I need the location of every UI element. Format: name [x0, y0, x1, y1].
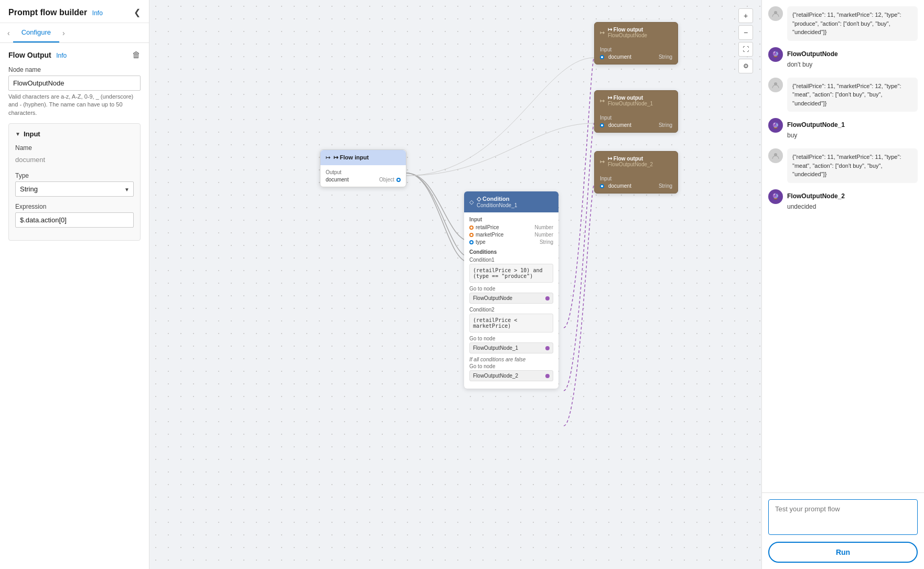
tab-bar: ‹ Configure › [0, 23, 149, 43]
chat-row-1: {"retailPrice": 11, "marketPrice": 12, "… [768, 6, 918, 41]
fo1-input-name: document [608, 54, 631, 60]
condition1-text: (retailPrice > 10) and (type == "produce… [473, 267, 542, 279]
fo3-icon: ↦ [600, 158, 605, 165]
bot-value-3: undecided [787, 202, 918, 211]
avatar-bot-2: 🔮 [768, 118, 783, 133]
fo2-title-group: ↦ Flow output FlowOutputNode_1 [608, 95, 653, 106]
goto2-text: FlowOutputNode_1 [473, 345, 518, 351]
flow-output-title-group: Flow Output Info [8, 51, 67, 59]
fo2-icon: ↦ [600, 98, 605, 104]
fo1-name: FlowOutputNode [608, 33, 647, 38]
condition1-label: Condition1 [469, 257, 553, 263]
collapse-button[interactable]: ❮ [134, 7, 141, 17]
condition-market-dot [469, 233, 474, 237]
tab-configure[interactable]: Configure [13, 23, 59, 42]
flow-output-info[interactable]: Info [56, 52, 67, 59]
node-name-hint: Valid characters are a-z, A-Z, 0-9, _ (u… [8, 93, 141, 117]
fit-view-button[interactable]: ⛶ [738, 42, 753, 57]
input-section: ▼ Input Name document Type String Number… [8, 123, 141, 241]
chat-text-user-3: {"retailPrice": 11, "marketPrice": 11, "… [792, 154, 901, 177]
connections-svg [149, 0, 761, 569]
fo3-input-name: document [608, 183, 631, 189]
condition-header: ◇ ◇ Condition ConditionNode_1 [464, 191, 558, 212]
bot-value-1: don't buy [787, 60, 918, 69]
flow-output-node-1[interactable]: ↦ ↦ Flow output FlowOutputNode Input doc… [594, 22, 678, 65]
header-info-link[interactable]: Info [92, 9, 103, 17]
main-canvas[interactable]: ↦ ↦ Flow input Output document Object ↦ … [149, 0, 761, 569]
zoom-in-button[interactable]: + [738, 8, 753, 23]
condition-input-label: Input [469, 217, 553, 222]
chat-bubble-user-3: {"retailPrice": 11, "marketPrice": 11, "… [787, 148, 918, 183]
false-label: If all conditions are false [469, 357, 553, 362]
node-name-input[interactable] [8, 76, 141, 91]
fo3-input-label: Input [600, 176, 672, 181]
fo1-input-label: Input [600, 47, 672, 52]
condition-name: ConditionNode_1 [477, 202, 517, 208]
right-footer: Run [762, 492, 924, 569]
flow-input-title-group: ↦ Flow input [334, 154, 369, 161]
fo1-input-left: document [600, 54, 631, 60]
type-label: Type [15, 172, 134, 179]
input-section-title-text: Input [24, 130, 40, 138]
flow-output-node-2[interactable]: ↦ ↦ Flow output FlowOutputNode_1 Input d… [594, 90, 678, 133]
avatar-bot-3: 🔮 [768, 189, 783, 204]
flow-input-node[interactable]: ↦ ↦ Flow input Output document Object [320, 149, 406, 187]
type-select[interactable]: String Number Boolean Object Array [15, 181, 134, 197]
flow-input-output-row: document Object [326, 177, 401, 182]
fo1-icon: ↦ [600, 29, 605, 36]
chat-row-6: 🔮 FlowOutputNode_2 undecided [768, 189, 918, 213]
fo3-title-group: ↦ Flow output FlowOutputNode_2 [608, 156, 653, 167]
condition2-expr: (retailPrice < marketPrice) [469, 314, 553, 332]
flow-input-output-type: Object [379, 177, 394, 182]
fo3-header: ↦ ↦ Flow output FlowOutputNode_2 [595, 152, 678, 171]
name-label: Name [15, 144, 134, 152]
fo2-body: Input document String [595, 111, 678, 132]
fo2-input-label: Input [600, 115, 672, 121]
conditions-section: Conditions Condition1 (retailPrice > 10)… [469, 249, 553, 381]
chat-row-4: 🔮 FlowOutputNode_1 buy [768, 118, 918, 142]
goto2-dot [545, 346, 550, 350]
tab-back-button[interactable]: ‹ [4, 25, 13, 41]
fo1-title-group: ↦ Flow output FlowOutputNode [608, 27, 647, 38]
delete-button[interactable]: 🗑 [132, 50, 141, 60]
flow-input-output-right: Object [379, 177, 401, 182]
condition2-text: (retailPrice < marketPrice) [473, 317, 517, 329]
goto1-text: FlowOutputNode [473, 295, 512, 301]
input-section-toggle[interactable]: ▼ Input [15, 130, 134, 138]
fo2-name: FlowOutputNode_1 [608, 101, 653, 106]
condition-type-left: type [469, 239, 486, 245]
condition-input-type: type String [469, 239, 553, 245]
fo2-input-name: document [608, 122, 631, 128]
false-goto-value: FlowOutputNode_2 [469, 370, 553, 381]
goto1-dot [545, 296, 550, 300]
settings-button[interactable]: ⚙ [738, 59, 753, 73]
fo3-input-left: document [600, 183, 631, 189]
flow-input-icon: ↦ [326, 154, 330, 161]
tab-forward-button[interactable]: › [59, 25, 68, 41]
chat-history: {"retailPrice": 11, "marketPrice": 12, "… [762, 0, 924, 492]
flow-input-output-dot [396, 178, 401, 182]
flow-input-output-name: document [326, 177, 349, 182]
fo1-body: Input document String [595, 42, 678, 64]
test-prompt-input[interactable] [768, 499, 918, 535]
fo2-input-left: document [600, 122, 631, 128]
fo1-input-type: String [659, 54, 672, 60]
run-button[interactable]: Run [768, 542, 918, 563]
expression-input[interactable] [15, 212, 134, 228]
zoom-out-button[interactable]: − [738, 25, 753, 40]
condition-node[interactable]: ◇ ◇ Condition ConditionNode_1 Input reta… [464, 191, 558, 389]
chat-bubble-user-2: {"retailPrice": 11, "marketPrice": 12, "… [787, 78, 918, 112]
node-name-group: Node name Valid characters are a-z, A-Z,… [8, 66, 141, 117]
chat-bubble-bot-1: FlowOutputNode don't buy [787, 47, 918, 71]
left-header: Prompt flow builder Info ❮ [0, 0, 149, 23]
flow-output-node-3[interactable]: ↦ ↦ Flow output FlowOutputNode_2 Input d… [594, 151, 678, 194]
condition1-expr: (retailPrice > 10) and (type == "produce… [469, 264, 553, 283]
condition-input-retail: retailPrice Number [469, 224, 553, 230]
condition-retail-left: retailPrice [469, 224, 499, 230]
false-goto-text: FlowOutputNode_2 [473, 373, 518, 379]
app-title: Prompt flow builder [8, 8, 87, 17]
fo1-dot [600, 55, 604, 59]
left-panel: Prompt flow builder Info ❮ ‹ Configure ›… [0, 0, 149, 569]
avatar-user-1 [768, 6, 783, 21]
header-title-group: Prompt flow builder Info [8, 8, 103, 17]
